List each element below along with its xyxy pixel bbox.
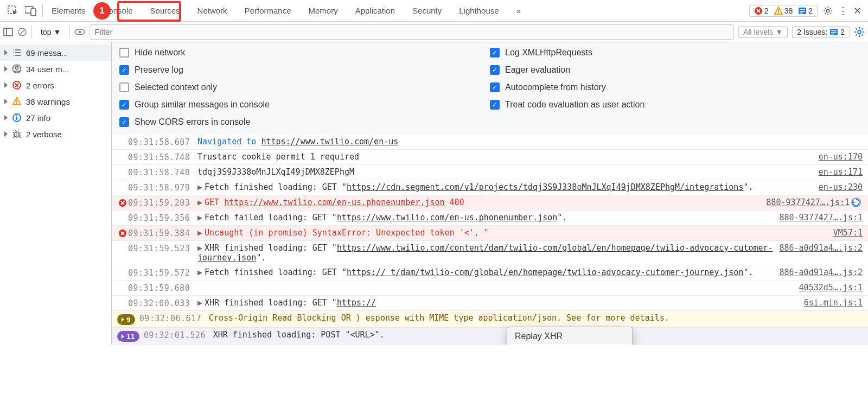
issues-chip[interactable]: 2 Issues: 2 bbox=[792, 26, 850, 38]
setting-preserve-log[interactable]: ✓Preserve log bbox=[119, 65, 490, 75]
live-expression-icon[interactable] bbox=[74, 28, 85, 36]
refresh-icon[interactable] bbox=[850, 197, 863, 207]
log-row[interactable]: 09:31:58.607Navigated to https://www.twi… bbox=[112, 135, 868, 150]
chevron-right-icon bbox=[4, 66, 8, 72]
log-timestamp: 09:31:58.607 bbox=[128, 137, 197, 147]
log-source-link[interactable]: 6si.min.js:1 bbox=[799, 298, 863, 308]
log-timestamp: 09:31:58.748 bbox=[128, 167, 197, 177]
console-settings-gear-icon[interactable] bbox=[854, 27, 865, 37]
kebab-menu-icon[interactable]: ⋮ bbox=[838, 5, 848, 17]
tab-application[interactable]: Application bbox=[347, 0, 404, 21]
log-row[interactable]: 09:31:58.979▶Fetch finished loading: GET… bbox=[112, 180, 868, 195]
sidebar-item-warnings[interactable]: 38 warnings bbox=[0, 93, 111, 110]
issues-label: 2 Issues: bbox=[797, 28, 827, 36]
log-timestamp: 09:31:58.748 bbox=[128, 152, 197, 162]
log-row[interactable]: 09:31:59.523▶XHR finished loading: GET "… bbox=[112, 241, 868, 265]
row-status-icon bbox=[117, 182, 128, 183]
setting-autocomplete-from-history[interactable]: ✓Autocomplete from history bbox=[490, 82, 860, 92]
svg-line-34 bbox=[856, 28, 857, 29]
log-row[interactable]: 09:31:59.356▶Fetch failed loading: GET "… bbox=[112, 211, 868, 226]
svg-line-61 bbox=[18, 130, 18, 131]
svg-rect-50 bbox=[16, 117, 17, 120]
log-source-link[interactable]: en-us:170 bbox=[813, 152, 863, 162]
toggle-sidebar-icon[interactable] bbox=[3, 27, 13, 37]
row-status-icon bbox=[117, 137, 128, 138]
log-source-link[interactable]: en-us:230 bbox=[813, 182, 863, 192]
warnings-count: 38 bbox=[784, 7, 793, 15]
clear-console-icon[interactable] bbox=[17, 27, 27, 37]
log-row[interactable]: 09:31:59.572▶Fetch finished loading: GET… bbox=[112, 265, 868, 280]
log-message: Trustarc cookie permit 1 required bbox=[197, 152, 813, 162]
log-source-link[interactable]: VM57:1 bbox=[828, 228, 863, 238]
setting-selected-context-only[interactable]: Selected context only bbox=[119, 82, 490, 92]
device-toolbar-icon[interactable] bbox=[25, 5, 37, 16]
log-row[interactable]: 09:31:59.203▶GET https://www.twilio.com/… bbox=[112, 195, 868, 211]
row-status-icon bbox=[117, 213, 128, 214]
ctx-replay-xhr[interactable]: Replay XHR bbox=[507, 327, 632, 345]
log-levels-selector[interactable]: All levels ▼ bbox=[738, 26, 788, 38]
more-tabs-icon[interactable]: » bbox=[508, 0, 529, 21]
svg-line-57 bbox=[19, 132, 21, 133]
row-status-icon bbox=[117, 267, 128, 269]
sidebar-item-label: 34 user m... bbox=[26, 65, 69, 74]
log-row[interactable]: 09:31:59.384▶Uncaught (in promise) Synta… bbox=[112, 226, 868, 241]
errors-count: 2 bbox=[764, 7, 769, 15]
chevron-right-icon bbox=[4, 131, 8, 137]
log-source-link[interactable]: 40532d5….js:1 bbox=[794, 283, 863, 292]
sidebar-item-messages[interactable]: 69 messa... bbox=[0, 44, 111, 61]
tab-performance[interactable]: Performance bbox=[236, 0, 300, 21]
log-row[interactable]: 09:32:00.033▶XHR finished loading: GET "… bbox=[112, 296, 868, 311]
log-row[interactable]: 09:31:58.748Trustarc cookie permit 1 req… bbox=[112, 150, 868, 165]
log-row[interactable]: 909:32:06.617Cross-Origin Read Blocking … bbox=[112, 311, 868, 328]
setting-treat-code-evaluation-as-user-action[interactable]: ✓Treat code evaluation as user action bbox=[490, 100, 860, 110]
settings-gear-icon[interactable] bbox=[823, 6, 833, 16]
annotation-marker-1: 1 bbox=[93, 2, 111, 20]
checkbox-icon bbox=[119, 48, 129, 58]
close-devtools-icon[interactable]: ✕ bbox=[853, 5, 861, 17]
sidebar-item-errors[interactable]: 2 errors bbox=[0, 77, 111, 93]
setting-show-cors-errors-in-console[interactable]: ✓Show CORS errors in console bbox=[119, 117, 490, 127]
log-source-link[interactable]: 880-9377427….js:1 bbox=[774, 213, 863, 222]
sidebar-item-user-messages[interactable]: 34 user m... bbox=[0, 61, 111, 77]
svg-rect-9 bbox=[800, 12, 803, 14]
log-timestamp: 09:31:59.356 bbox=[128, 213, 197, 223]
log-source-link[interactable]: 886-a0d91a4….js:2 bbox=[774, 243, 863, 253]
svg-rect-51 bbox=[16, 116, 17, 117]
sidebar-item-label: 38 warnings bbox=[26, 97, 70, 106]
setting-log-xmlhttprequests[interactable]: ✓Log XMLHttpRequests bbox=[490, 48, 860, 58]
tab-sources[interactable]: Sources bbox=[142, 0, 189, 21]
setting-hide-network[interactable]: Hide network bbox=[119, 48, 490, 58]
log-timestamp: 09:32:00.033 bbox=[128, 298, 197, 308]
tab-memory[interactable]: Memory bbox=[300, 0, 347, 21]
inspect-element-icon[interactable] bbox=[8, 5, 18, 16]
group-count-badge: 11 bbox=[117, 331, 139, 342]
log-message: ▶XHR finished loading: GET "https:// bbox=[197, 298, 799, 308]
log-row[interactable]: 1109:32:01.526XHR finished loading: POST… bbox=[112, 328, 868, 345]
tab-elements[interactable]: Elements bbox=[43, 0, 94, 21]
error-icon bbox=[12, 80, 22, 90]
tab-network[interactable]: Network bbox=[189, 0, 236, 21]
filter-input[interactable] bbox=[90, 24, 734, 40]
status-counts[interactable]: 2 38 2 bbox=[749, 5, 818, 17]
tab-lighthouse[interactable]: Lighthouse bbox=[450, 0, 507, 21]
checkbox-icon: ✓ bbox=[490, 48, 500, 58]
svg-line-17 bbox=[830, 8, 831, 9]
setting-eager-evaluation[interactable]: ✓Eager evaluation bbox=[490, 65, 860, 75]
user-icon bbox=[12, 64, 22, 74]
sidebar-item-info[interactable]: 27 info bbox=[0, 110, 111, 126]
tab-security[interactable]: Security bbox=[404, 0, 450, 21]
svg-line-16 bbox=[830, 13, 831, 14]
context-selector[interactable]: top ▼ bbox=[36, 27, 65, 37]
log-source-link[interactable]: en-us:171 bbox=[813, 167, 863, 177]
log-timestamp: 09:32:01.526 bbox=[144, 330, 213, 340]
log-source-link[interactable]: 880-9377427….js:1 bbox=[761, 197, 850, 207]
sidebar-item-label: 2 verbose bbox=[26, 130, 62, 139]
svg-rect-47 bbox=[16, 100, 17, 103]
log-row[interactable]: 09:31:59.68040532d5….js:1 bbox=[112, 280, 868, 296]
log-message: ▶Uncaught (in promise) SyntaxError: Unex… bbox=[197, 228, 828, 238]
sidebar-item-verbose[interactable]: 2 verbose bbox=[0, 126, 111, 142]
log-row[interactable]: 09:31:58.748tdqj3S9J338oMnJLXqI49jDMX8ZE… bbox=[112, 165, 868, 180]
svg-rect-27 bbox=[831, 32, 837, 33]
setting-group-similar-messages-in-console[interactable]: ✓Group similar messages in console bbox=[119, 100, 490, 110]
log-source-link[interactable]: 886-a0d91a4….js:2 bbox=[774, 267, 863, 277]
